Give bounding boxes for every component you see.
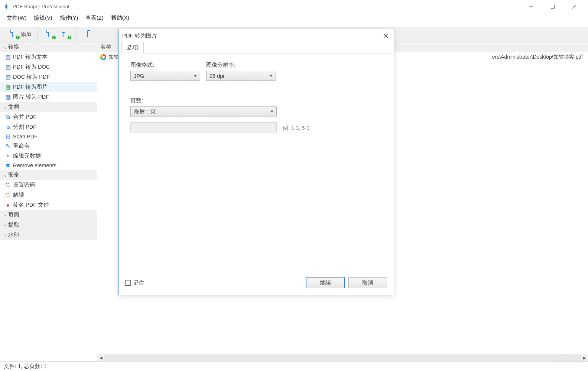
add-button-label: 添加 [21,31,31,38]
select-image-format[interactable]: JPG [130,71,200,81]
maximize-button[interactable] [542,0,563,13]
tree-group-pages[interactable]: ›页面 [0,210,97,220]
add-doc-icon: + [64,31,70,38]
scroll-left-button[interactable]: ◀ [97,354,104,361]
watermark: www.kkx.net [553,358,584,364]
metadata-icon: ⌗ [5,153,11,159]
label-pages: 页数: [130,97,382,104]
dialog-title: PDF 转为图片 [122,32,157,39]
tree-item-remove-elements[interactable]: ✖Remove elements [0,161,97,170]
menu-action[interactable]: 操作(Y) [56,13,82,23]
select-pages[interactable]: 最后一页 [130,106,277,116]
add-folder-icon: + [48,31,55,38]
tree-group-extract[interactable]: ›提取 [0,220,97,230]
rename-icon: ✎ [5,143,11,149]
dialog-tabs: 选项 [121,42,391,53]
sidebar: ⌄转换 ▤PDF 转为文本 ▤PDF 转为 DOC ▤DOC 转为 PDF ▦P… [0,42,97,354]
image-to-pdf-icon: ▦ [5,94,11,100]
remember-checkbox[interactable]: 记住 [125,279,144,286]
add-doc-button[interactable]: + [61,29,73,40]
add-folder-button[interactable]: + [45,29,58,40]
tree-group-convert[interactable]: ⌄转换 [0,42,97,52]
app-logo-icon [3,3,10,10]
tree-group-security[interactable]: ⌄安全 [0,170,97,180]
tree-item-password[interactable]: 🛡设置密码 [0,180,97,190]
pages-range-input [130,122,277,132]
tree-item-pdf-to-image[interactable]: ▦PDF 转为图片 [0,82,97,92]
unlock-icon: 🛡 [5,192,11,198]
stamp-icon: ● [5,202,11,208]
tree-item-pdf-to-doc[interactable]: ▤PDF 转为 DOC [0,62,97,72]
menu-view[interactable]: 查看(Z) [82,13,107,23]
paste-button[interactable] [84,29,97,40]
menu-edit[interactable]: 编辑(V) [30,13,56,23]
pages-example-hint: 例: 1,3, 5-9 [283,123,309,132]
tree-item-metadata[interactable]: ⌗编辑元数据 [0,151,97,161]
menu-file[interactable]: 文件(W) [3,13,30,23]
tree-item-rename[interactable]: ✎重命名 [0,141,97,151]
tree-item-image-to-pdf[interactable]: ▦图片 转为 PDF [0,92,97,102]
tree-item-unlock[interactable]: 🛡解锁 [0,190,97,200]
tree-item-merge[interactable]: ⧉合并 PDF [0,112,97,122]
label-image-format: 图像格式: [130,62,200,69]
app-title: PDF Shaper Professional [13,4,520,9]
cancel-button[interactable]: 取消 [348,277,387,288]
svg-rect-1 [551,5,555,8]
tree-item-split[interactable]: ⧈分割 PDF [0,122,97,132]
checkbox-box-icon [125,280,131,286]
dialog-titlebar: PDF 转为图片 [118,29,394,42]
dialog-footer: 记住 继续 取消 [118,275,394,295]
merge-icon: ⧉ [5,114,11,120]
image-file-icon: ▦ [5,84,11,90]
tree-item-pdf-to-text[interactable]: ▤PDF 转为文本 [0,52,97,62]
minimize-button[interactable] [520,0,542,13]
titlebar: PDF Shaper Professional [0,0,588,13]
tree-item-scan[interactable]: ⌸Scan PDF [0,132,97,141]
statusbar: 文件: 1, 总页数: 1 [0,361,588,371]
clipboard-icon [87,31,94,38]
file-name-truncated: 知软 [108,54,119,60]
window-controls [520,0,585,13]
chrome-icon [100,54,106,60]
split-icon: ⧈ [5,124,11,130]
tree-group-document[interactable]: ⌄文档 [0,102,97,112]
horizontal-scrollbar[interactable]: ◀ ▶ [0,354,588,361]
add-file-icon: + [12,31,19,38]
continue-button[interactable]: 继续 [306,277,345,288]
pdf-file-icon: ▤ [5,74,11,80]
menu-help[interactable]: 帮助(X) [107,13,133,23]
dialog-tab-options[interactable]: 选项 [121,42,144,53]
shield-icon: 🛡 [5,182,11,188]
tree-group-watermark[interactable]: ›水印 [0,230,97,240]
close-button[interactable] [563,0,585,13]
file-path-tail: ers\Administrator\Desktop\知软博客.pdf [492,54,583,60]
menubar: 文件(W) 编辑(V) 操作(Y) 查看(Z) 帮助(X) [0,13,588,23]
label-dpi: 图像分辨率: [206,62,276,69]
select-dpi[interactable]: 96 dpi [206,71,276,81]
remove-elements-icon: ✖ [5,163,11,168]
add-button[interactable]: + 添加 [9,29,34,40]
text-file-icon: ▤ [5,54,11,60]
scroll-track[interactable] [104,354,581,361]
tree-item-sign[interactable]: ●签名 PDF 文件 [0,200,97,210]
scan-icon: ⌸ [5,134,11,139]
dialog-close-button[interactable] [381,31,390,40]
dialog-pdf-to-image: PDF 转为图片 选项 图像格式: JPG 图像分辨率: 96 dpi 页数: … [118,29,394,295]
dialog-body: 图像格式: JPG 图像分辨率: 96 dpi 页数: 最后一页 例: 1,3,… [118,53,394,275]
tree-item-doc-to-pdf[interactable]: ▤DOC 转为 PDF [0,72,97,82]
doc-file-icon: ▤ [5,64,11,70]
